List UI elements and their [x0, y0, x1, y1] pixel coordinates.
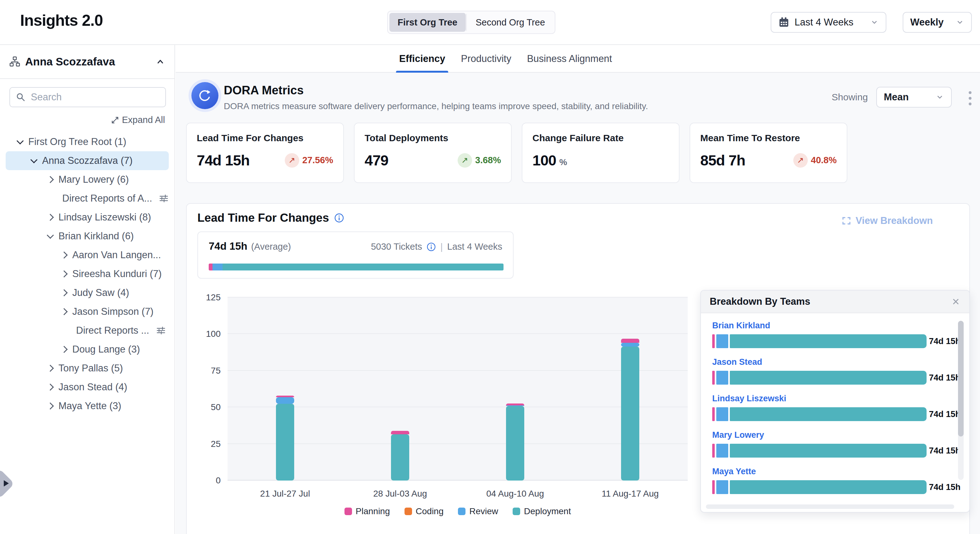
deployment-segment — [730, 371, 927, 385]
chevron-right-icon[interactable] — [60, 346, 68, 353]
x-tick-label: 11 Aug-17 Aug — [601, 489, 659, 499]
info-icon[interactable] — [426, 242, 436, 252]
legend-swatch — [344, 508, 352, 515]
toggle-second-org-tree[interactable]: Second Org Tree — [468, 13, 553, 32]
expand-all-button[interactable]: Expand All — [111, 115, 165, 125]
gridline — [228, 370, 688, 371]
granularity-select[interactable]: Weekly — [903, 12, 972, 33]
summary-period: Last 4 Weeks — [447, 242, 502, 252]
tree-item-tony-pallas[interactable]: Tony Pallas (5) — [0, 359, 175, 378]
stacked-bar — [621, 298, 639, 481]
chevron-right-icon[interactable] — [60, 271, 68, 278]
chevron-right-icon[interactable] — [47, 403, 54, 410]
dora-menu-kebab-icon[interactable] — [969, 91, 972, 105]
tree-item-anna-scozzafava[interactable]: Anna Scozzafava (7) — [6, 151, 169, 170]
average-qualifier: (Average) — [251, 242, 291, 252]
tree-item-jason-stead[interactable]: Jason Stead (4) — [0, 378, 175, 397]
legend-item[interactable]: Review — [458, 506, 498, 516]
tree-item-brian-kirkland[interactable]: Brian Kirkland (6) — [0, 227, 175, 245]
toggle-first-org-tree[interactable]: First Org Tree — [390, 13, 466, 32]
stacked-bar — [391, 298, 409, 481]
tree-item-maya-yette[interactable]: Maya Yette (3) — [0, 397, 175, 415]
metric-unit: % — [559, 157, 567, 167]
chevron-right-icon[interactable] — [47, 384, 54, 391]
info-icon[interactable] — [334, 213, 344, 223]
planning-segment — [712, 444, 715, 457]
panel-horizontal-scrollbar[interactable] — [706, 504, 954, 509]
chevron-right-icon[interactable] — [60, 289, 68, 296]
chevron-right-icon[interactable] — [47, 365, 54, 372]
expand-corners-icon — [842, 216, 851, 225]
top-bar: Insights 2.0 First Org Tree Second Org T… — [0, 0, 980, 45]
team-name-link[interactable]: Maya Yette — [712, 467, 941, 477]
team-name-link[interactable]: Brian Kirkland — [712, 321, 941, 330]
tree-item-doug-lange[interactable]: Doug Lange (3) — [0, 340, 175, 359]
legend-swatch — [404, 508, 412, 515]
chevron-right-icon[interactable] — [47, 176, 54, 183]
legend-swatch — [512, 508, 520, 515]
expand-icon — [111, 116, 119, 124]
chevron-up-icon[interactable] — [156, 57, 165, 66]
aggregation-value: Mean — [884, 91, 908, 103]
tree-item-direct-reports-of-anna[interactable]: Direct Reports of A... — [0, 189, 175, 208]
tab-business-alignment[interactable]: Business Alignment — [527, 45, 612, 73]
metric-title: Change Failure Rate — [533, 133, 669, 143]
planning-segment — [712, 407, 715, 421]
chevron-down-icon[interactable] — [17, 137, 24, 145]
calendar-icon — [778, 17, 789, 28]
legend-item[interactable]: Deployment — [512, 506, 571, 516]
team-value: 74d 15h — [929, 410, 961, 419]
legend-item[interactable]: Planning — [344, 506, 390, 516]
chevron-right-icon[interactable] — [60, 308, 68, 316]
close-icon[interactable] — [951, 297, 961, 306]
date-range-select[interactable]: Last 4 Weeks — [771, 12, 886, 33]
tree-item-aaron-van-langen[interactable]: Aaron Van Langen... — [0, 245, 175, 265]
team-stacked-bar: 74d 15h — [712, 407, 941, 421]
chevron-right-icon[interactable] — [60, 252, 68, 259]
team-name-link[interactable]: Jason Stead — [712, 357, 941, 367]
legend-item[interactable]: Coding — [404, 506, 444, 516]
section-title: Lead Time For Changes — [197, 211, 329, 225]
chevron-down-icon — [870, 18, 879, 27]
tab-productivity[interactable]: Productivity — [461, 45, 511, 73]
average-summary-card: 74d 15h (Average) 5030 Tickets | Last 4 … — [197, 231, 514, 279]
org-chart-icon — [10, 56, 20, 67]
team-name-link[interactable]: Mary Lowery — [712, 430, 941, 440]
chevron-down-icon[interactable] — [47, 232, 54, 239]
tree-item-sireesha-kunduri[interactable]: Sireesha Kunduri (7) — [0, 265, 175, 283]
planning-segment — [391, 431, 409, 435]
tree-item-lindsay-liszewski[interactable]: Lindsay Liszewski (8) — [0, 208, 175, 227]
team-stacked-bar: 74d 15h — [712, 334, 941, 348]
panel-scrollbar-thumb[interactable] — [958, 321, 964, 437]
delta-badge: ↗40.8% — [793, 153, 837, 167]
dora-metrics-subtitle: DORA metrics measure software delivery p… — [224, 101, 648, 111]
metric-card-total-deployments: Total Deployments 479 ↗3.68% — [354, 123, 512, 183]
tree-item-jason-simpson[interactable]: Jason Simpson (7) — [0, 302, 175, 321]
average-value: 74d 15h — [209, 240, 247, 252]
view-breakdown-button[interactable]: View Breakdown — [842, 215, 933, 226]
showing-label: Showing — [832, 92, 868, 102]
team-name-link[interactable]: Lindsay Liszewski — [712, 394, 941, 403]
tree-item-first-org-tree-root[interactable]: First Org Tree Root (1) — [0, 132, 175, 151]
chart-legend: PlanningCodingReviewDeployment — [228, 506, 688, 516]
chevron-down-icon — [935, 93, 944, 102]
y-tick-label: 25 — [211, 439, 221, 449]
chevron-down-icon[interactable] — [30, 156, 38, 164]
arrow-up-right-icon: ↗ — [285, 153, 299, 167]
tree-item-direct-reports[interactable]: Direct Reports ... — [0, 321, 175, 340]
aggregation-select[interactable]: Mean — [876, 87, 952, 108]
active-tab-underline — [396, 71, 448, 73]
team-row-maya-yette: Maya Yette 74d 15h — [712, 467, 941, 494]
filter-sliders-icon[interactable] — [159, 194, 169, 203]
chevron-right-icon[interactable] — [47, 214, 54, 221]
tree-item-judy-saw[interactable]: Judy Saw (4) — [0, 283, 175, 302]
filter-sliders-icon[interactable] — [156, 326, 165, 335]
search-input[interactable] — [30, 91, 160, 103]
legend-label: Deployment — [524, 506, 571, 516]
tree-item-mary-lowery[interactable]: Mary Lowery (6) — [0, 170, 175, 189]
tab-efficiency[interactable]: Efficiency — [399, 45, 445, 73]
planning-segment — [621, 339, 639, 343]
sidebar-user-name: Anna Scozzafava — [25, 55, 115, 68]
panel-scrollbar-track — [958, 321, 964, 480]
review-segment — [276, 397, 294, 404]
